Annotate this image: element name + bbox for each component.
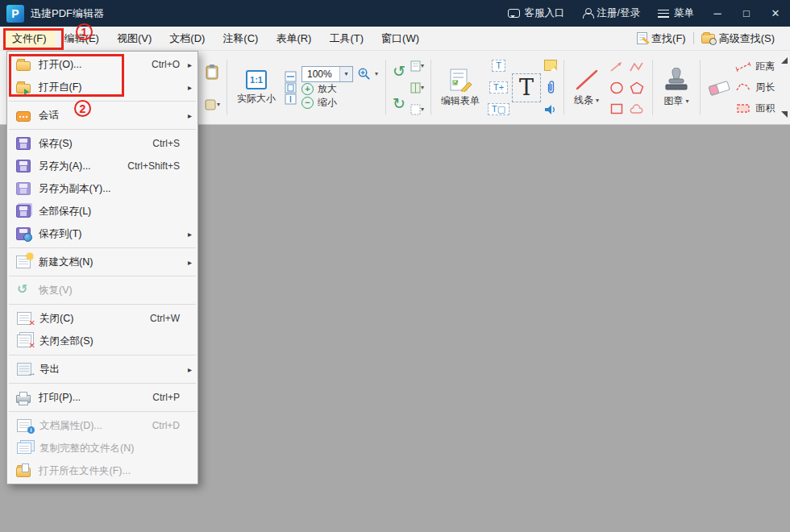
save-all-icon (16, 205, 31, 218)
close-button[interactable]: ✕ (761, 0, 790, 27)
submenu-arrow-icon: ▸ (188, 258, 192, 267)
file-menu-item-session[interactable]: 会话 ▸ (7, 104, 198, 127)
page-layout-icon[interactable]: ▾ (410, 82, 424, 94)
file-menu-item-new-document[interactable]: 新建文档(N) ▸ (7, 251, 198, 273)
speaker-icon[interactable] (543, 103, 557, 116)
titlebar: P 迅捷PDF编辑器 客服入口 注册/登录 菜单 ─ □ ✕ (0, 0, 790, 27)
file-menu-item-open-containing-folder[interactable]: 打开所在文件夹(F)... (7, 459, 198, 482)
menu-separator (9, 129, 196, 130)
file-menu-item-close-all[interactable]: 关闭全部(S) (7, 330, 198, 352)
distance-button[interactable]: 距离 (735, 60, 775, 73)
rotate-left-icon[interactable]: ↺ (393, 64, 405, 79)
revert-icon (16, 284, 31, 297)
zoom-level-select[interactable]: 100% ▾ (301, 66, 353, 82)
document-properties-icon (17, 419, 31, 432)
clipboard-options-icon[interactable]: ▾ (204, 98, 220, 111)
zoom-in-button[interactable]: + 放大 (301, 82, 378, 96)
menubar-item-form[interactable]: 表单(R) (267, 27, 320, 49)
toolbar-overflow-bottom-icon[interactable] (781, 111, 788, 118)
cloud-shape-icon[interactable] (629, 102, 644, 115)
edit-text-object-icon[interactable]: T (512, 73, 541, 102)
file-menu-item-save-copy[interactable]: 另存为副本(Y)... (7, 177, 198, 200)
menubar-item-file[interactable]: 文件(F) (3, 27, 56, 49)
save-copy-icon (16, 182, 31, 195)
minimize-button[interactable]: ─ (703, 0, 732, 27)
area-button[interactable]: 面积 (735, 102, 775, 115)
file-menu-item-save[interactable]: 保存(S) Ctrl+S (7, 132, 198, 155)
toolbar-separator (385, 60, 386, 115)
rotate-right-icon[interactable]: ↻ (393, 96, 405, 111)
marquee-zoom-icon[interactable] (357, 67, 371, 81)
actual-size-button[interactable]: 1:1 实际大小 (231, 53, 281, 122)
menubar-item-view[interactable]: 视图(V) (108, 27, 160, 49)
submenu-arrow-icon: ▸ (188, 230, 192, 239)
fit-width-icon[interactable] (285, 71, 297, 82)
file-menu-item-open[interactable]: 打开(O)... Ctrl+O ▸ (7, 53, 198, 76)
file-menu-item-print[interactable]: 打印(P)... Ctrl+P (7, 386, 198, 409)
menubar-item-tools[interactable]: 工具(T) (320, 27, 372, 49)
marquee-zoom-caret-icon[interactable]: ▾ (375, 70, 378, 77)
add-text-icon[interactable]: T+ (489, 81, 508, 94)
file-menu-item-open-from[interactable]: 打开自(F) ▸ (7, 76, 198, 98)
file-menu-item-save-all[interactable]: 全部保存(L) (7, 200, 198, 222)
file-menu-item-copy-filename[interactable]: 复制完整的文件名(N) (7, 437, 198, 459)
zoom-in-icon: + (301, 83, 314, 95)
zoom-in-label: 放大 (318, 82, 337, 96)
text-tools-group: T T+ T▢ (485, 53, 512, 122)
person-icon (583, 8, 592, 19)
polyline-shape-icon[interactable] (629, 60, 644, 73)
fit-height-icon[interactable] (285, 94, 297, 105)
snapshot-icon[interactable]: ▾ (410, 104, 424, 115)
menu-separator (9, 383, 196, 384)
toolbar-separator (563, 60, 564, 115)
file-menu-item-close[interactable]: 关闭(C) Ctrl+W (7, 307, 198, 330)
rotate-group: ↺ ↻ (390, 53, 408, 122)
toolbar-overflow-top-icon[interactable] (781, 57, 788, 64)
menu-button[interactable]: 菜单 (649, 0, 703, 27)
arrow-shape-icon[interactable] (609, 60, 624, 73)
menu-separator (9, 276, 196, 276)
attachment-icon[interactable] (545, 80, 556, 94)
stamp-button[interactable]: 图章▾ (657, 53, 696, 122)
file-menu-item-revert[interactable]: 恢复(V) (7, 279, 198, 301)
print-icon (16, 395, 31, 403)
perimeter-button[interactable]: 周长 (735, 81, 775, 94)
file-menu-item-save-as[interactable]: 另存为(A)... Ctrl+Shift+S (7, 155, 198, 177)
edit-form-button[interactable]: 编辑表单 (435, 53, 485, 122)
export-icon (17, 363, 31, 376)
page-view-icon[interactable]: ▾ (410, 60, 424, 72)
find-button[interactable]: 查找(F) (630, 31, 693, 46)
menubar-item-document[interactable]: 文档(D) (160, 27, 214, 49)
pentagon-shape-icon[interactable] (630, 81, 644, 94)
file-menu-item-document-properties[interactable]: 文档属性(D)... Ctrl+D (7, 414, 198, 437)
find-label: 查找(F) (651, 31, 686, 46)
menubar-item-comment[interactable]: 注释(C) (214, 27, 267, 49)
menubar-item-edit[interactable]: 编辑(E) (56, 27, 108, 49)
customer-service-button[interactable]: 客服入口 (499, 0, 574, 27)
titlebar-right: 客服入口 注册/登录 菜单 ─ □ ✕ (499, 0, 790, 27)
actual-size-label: 实际大小 (237, 92, 276, 106)
eraser-icon[interactable] (707, 78, 731, 98)
submenu-arrow-icon: ▸ (188, 83, 192, 92)
distance-icon (735, 62, 751, 72)
lines-button[interactable]: 线条▾ (568, 53, 605, 122)
toolbar-separator (227, 60, 227, 115)
menubar-item-window[interactable]: 窗口(W) (372, 27, 428, 49)
note-comment-icon[interactable] (544, 60, 557, 71)
zoom-out-button[interactable]: − 缩小 (301, 96, 378, 110)
edit-text-icon[interactable]: T (492, 60, 505, 72)
advanced-find-button[interactable]: 高级查找(S) (694, 31, 782, 46)
fit-page-icon[interactable] (285, 82, 297, 94)
text-box-icon[interactable]: T▢ (488, 103, 509, 115)
circle-shape-icon[interactable] (609, 81, 624, 94)
file-menu: 打开(O)... Ctrl+O ▸ 打开自(F) ▸ 会话 ▸ 保存(S) Ct… (6, 51, 198, 484)
stamp-caret-icon: ▾ (686, 98, 689, 105)
file-menu-item-save-to[interactable]: 保存到(T) ▸ (7, 222, 198, 245)
eraser-group (705, 53, 734, 122)
maximize-button[interactable]: □ (732, 0, 761, 27)
file-menu-item-export[interactable]: 导出 ▸ (7, 358, 198, 380)
login-button[interactable]: 注册/登录 (574, 0, 649, 27)
paste-icon[interactable] (205, 64, 219, 80)
rectangle-shape-icon[interactable] (609, 102, 624, 115)
distance-label: 距离 (755, 60, 775, 73)
